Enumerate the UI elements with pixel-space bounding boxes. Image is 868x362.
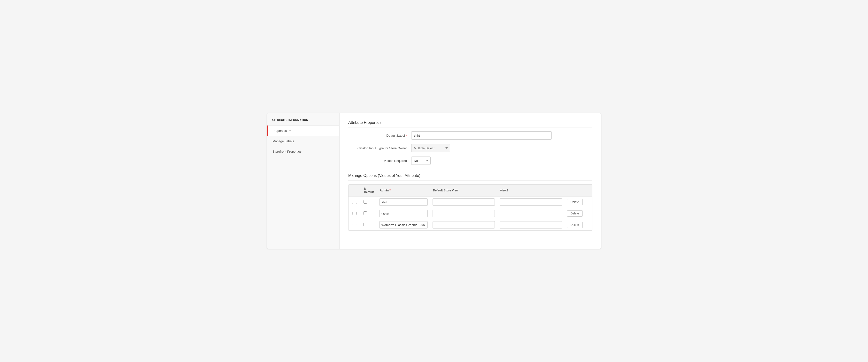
default-store-view-cell bbox=[430, 208, 497, 219]
table-row: ⋮⋮ Delete bbox=[348, 197, 592, 208]
sidebar-item-label-manage-labels: Manage Labels bbox=[273, 139, 294, 143]
values-required-select[interactable]: No Yes bbox=[411, 156, 431, 165]
catalog-input-type-row: Catalog Input Type for Store Owner Multi… bbox=[348, 144, 592, 152]
sidebar-item-storefront-properties[interactable]: Storefront Properties bbox=[267, 146, 339, 157]
admin-input[interactable] bbox=[379, 221, 428, 229]
th-view2: view2 bbox=[497, 185, 564, 197]
sidebar-item-label-storefront-properties: Storefront Properties bbox=[273, 150, 302, 153]
th-is-default: Is Default bbox=[361, 185, 377, 197]
attribute-properties-section: Attribute Properties Default Label* Cata… bbox=[348, 120, 592, 165]
delete-cell: Delete bbox=[564, 197, 592, 208]
admin-cell bbox=[377, 197, 430, 208]
th-admin: Admin * bbox=[377, 185, 430, 197]
is-default-checkbox[interactable] bbox=[364, 223, 367, 226]
default-label-row: Default Label* bbox=[348, 131, 592, 140]
values-required-label: Values Required bbox=[348, 159, 411, 162]
default-store-view-cell bbox=[430, 219, 497, 231]
sidebar-header: ATTRIBUTE INFORMATION bbox=[267, 113, 339, 125]
default-label-label: Default Label* bbox=[348, 134, 411, 138]
sidebar-item-manage-labels[interactable]: Manage Labels bbox=[267, 136, 339, 146]
view2-input[interactable] bbox=[500, 221, 562, 229]
drag-handle-icon[interactable]: ⋮⋮ bbox=[351, 200, 359, 204]
default-store-view-cell bbox=[430, 197, 497, 208]
view2-cell bbox=[497, 197, 564, 208]
view2-cell bbox=[497, 208, 564, 219]
is-default-cell bbox=[361, 197, 377, 208]
sidebar: ATTRIBUTE INFORMATION Properties ✏ Manag… bbox=[267, 113, 340, 249]
is-default-checkbox[interactable] bbox=[364, 211, 367, 215]
default-store-view-input[interactable] bbox=[433, 210, 495, 217]
delete-button[interactable]: Delete bbox=[567, 210, 583, 217]
table-row: ⋮⋮ Delete bbox=[348, 219, 592, 231]
admin-cell bbox=[377, 219, 430, 231]
table-header-row: Is Default Admin * Default Store View vi… bbox=[348, 185, 592, 197]
drag-handle-cell: ⋮⋮ bbox=[348, 219, 361, 231]
admin-input[interactable] bbox=[379, 210, 428, 217]
manage-options-title: Manage Options (Values of Your Attribute… bbox=[348, 174, 592, 181]
sidebar-item-properties[interactable]: Properties ✏ bbox=[267, 125, 339, 136]
admin-cell bbox=[377, 208, 430, 219]
is-default-checkbox[interactable] bbox=[364, 200, 367, 204]
delete-button[interactable]: Delete bbox=[567, 222, 583, 228]
th-default-store-view: Default Store View bbox=[430, 185, 497, 197]
drag-handle-cell: ⋮⋮ bbox=[348, 208, 361, 219]
delete-cell: Delete bbox=[564, 208, 592, 219]
is-default-cell bbox=[361, 208, 377, 219]
main-content: Attribute Properties Default Label* Cata… bbox=[340, 113, 601, 249]
delete-button[interactable]: Delete bbox=[567, 199, 583, 205]
default-label-input[interactable] bbox=[411, 131, 552, 140]
default-store-view-input[interactable] bbox=[433, 221, 495, 229]
drag-handle-icon[interactable]: ⋮⋮ bbox=[351, 212, 359, 215]
drag-handle-cell: ⋮⋮ bbox=[348, 197, 361, 208]
options-table-wrap: Is Default Admin * Default Store View vi… bbox=[348, 184, 592, 231]
th-actions bbox=[564, 185, 592, 197]
options-table: Is Default Admin * Default Store View vi… bbox=[348, 185, 592, 231]
attribute-properties-title: Attribute Properties bbox=[348, 120, 592, 127]
sidebar-item-label-properties: Properties bbox=[273, 129, 287, 132]
manage-options-section: Manage Options (Values of Your Attribute… bbox=[348, 174, 592, 231]
is-default-cell bbox=[361, 219, 377, 231]
admin-input[interactable] bbox=[379, 199, 428, 206]
default-store-view-input[interactable] bbox=[433, 199, 495, 206]
delete-cell: Delete bbox=[564, 219, 592, 231]
pencil-icon: ✏ bbox=[289, 129, 291, 132]
table-row: ⋮⋮ Delete bbox=[348, 208, 592, 219]
main-card: ATTRIBUTE INFORMATION Properties ✏ Manag… bbox=[267, 113, 601, 249]
catalog-input-type-select[interactable]: Multiple Select bbox=[411, 144, 450, 152]
view2-cell bbox=[497, 219, 564, 231]
view2-input[interactable] bbox=[500, 210, 562, 217]
values-required-row: Values Required No Yes bbox=[348, 156, 592, 165]
catalog-input-type-label: Catalog Input Type for Store Owner bbox=[348, 146, 411, 150]
view2-input[interactable] bbox=[500, 199, 562, 206]
drag-handle-icon[interactable]: ⋮⋮ bbox=[351, 223, 359, 227]
th-drag bbox=[348, 185, 361, 197]
